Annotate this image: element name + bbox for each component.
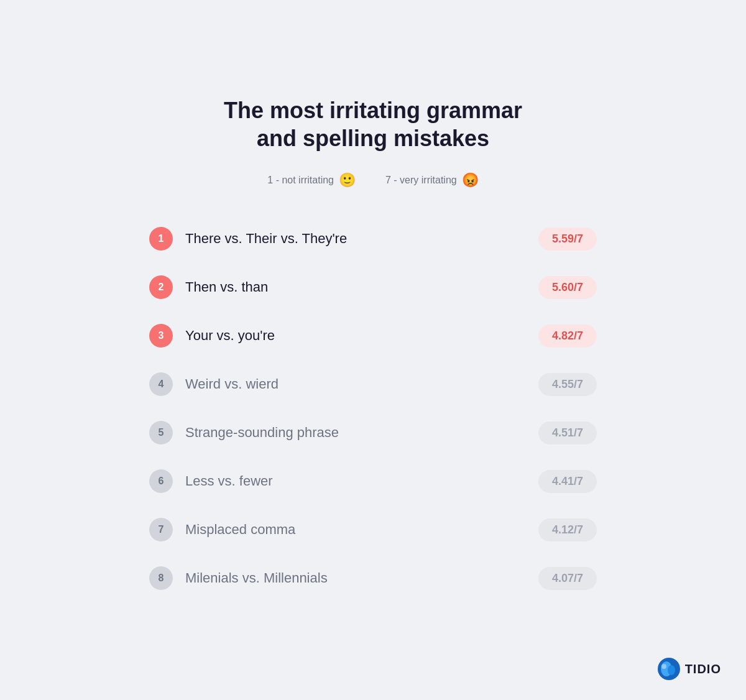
list-item: 5 Strange-sounding phrase 4.51/7 <box>131 410 615 456</box>
svg-point-3 <box>661 664 666 669</box>
score-badge-7: 4.07/7 <box>538 567 597 590</box>
rank-badge-7: 8 <box>149 566 173 590</box>
item-left-1: 2 Then vs. than <box>149 275 268 299</box>
item-left-6: 7 Misplaced comma <box>149 518 295 541</box>
item-left-0: 1 There vs. Their vs. They're <box>149 227 347 251</box>
item-name-0: There vs. Their vs. They're <box>185 231 347 247</box>
rankings-list: 1 There vs. Their vs. They're 5.59/7 2 T… <box>131 216 615 604</box>
main-container: The most irritating grammarand spelling … <box>131 71 615 629</box>
rank-badge-4: 5 <box>149 421 173 444</box>
score-badge-3: 4.55/7 <box>538 373 597 396</box>
item-name-7: Milenials vs. Millennials <box>185 570 328 586</box>
item-name-5: Less vs. fewer <box>185 473 273 489</box>
tidio-logo-icon <box>658 658 680 680</box>
item-left-2: 3 Your vs. you're <box>149 324 275 348</box>
svg-point-2 <box>668 665 675 675</box>
legend-low-label: 1 - not irritating <box>267 175 334 186</box>
list-item: 3 Your vs. you're 4.82/7 <box>131 313 615 359</box>
list-item: 6 Less vs. fewer 4.41/7 <box>131 458 615 504</box>
legend-high-emoji: 😡 <box>462 172 479 188</box>
list-item: 2 Then vs. than 5.60/7 <box>131 264 615 310</box>
score-badge-1: 5.60/7 <box>538 276 597 299</box>
rank-badge-3: 4 <box>149 372 173 396</box>
rank-badge-1: 2 <box>149 275 173 299</box>
list-item: 7 Misplaced comma 4.12/7 <box>131 507 615 553</box>
legend-high-label: 7 - very irritating <box>385 175 457 186</box>
item-left-3: 4 Weird vs. wierd <box>149 372 279 396</box>
list-item: 1 There vs. Their vs. They're 5.59/7 <box>131 216 615 262</box>
rank-badge-2: 3 <box>149 324 173 348</box>
legend-high: 7 - very irritating 😡 <box>385 172 479 188</box>
legend-low: 1 - not irritating 🙂 <box>267 172 356 188</box>
rank-badge-6: 7 <box>149 518 173 541</box>
list-item: 4 Weird vs. wierd 4.55/7 <box>131 361 615 407</box>
score-badge-5: 4.41/7 <box>538 470 597 493</box>
list-item: 8 Milenials vs. Millennials 4.07/7 <box>131 555 615 601</box>
score-badge-2: 4.82/7 <box>538 325 597 348</box>
item-left-4: 5 Strange-sounding phrase <box>149 421 339 444</box>
brand-name: TIDIO <box>685 662 721 676</box>
rank-badge-5: 6 <box>149 469 173 493</box>
item-left-7: 8 Milenials vs. Millennials <box>149 566 328 590</box>
item-name-6: Misplaced comma <box>185 522 295 538</box>
item-left-5: 6 Less vs. fewer <box>149 469 273 493</box>
item-name-4: Strange-sounding phrase <box>185 425 339 441</box>
rank-badge-0: 1 <box>149 227 173 251</box>
score-badge-6: 4.12/7 <box>538 518 597 541</box>
brand-logo: TIDIO <box>658 658 721 680</box>
score-badge-4: 4.51/7 <box>538 421 597 444</box>
legend-low-emoji: 🙂 <box>339 172 356 188</box>
chart-title: The most irritating grammarand spelling … <box>224 96 522 152</box>
item-name-2: Your vs. you're <box>185 328 275 344</box>
score-badge-0: 5.59/7 <box>538 228 597 251</box>
legend: 1 - not irritating 🙂 7 - very irritating… <box>267 172 478 188</box>
item-name-1: Then vs. than <box>185 279 268 295</box>
item-name-3: Weird vs. wierd <box>185 376 279 392</box>
